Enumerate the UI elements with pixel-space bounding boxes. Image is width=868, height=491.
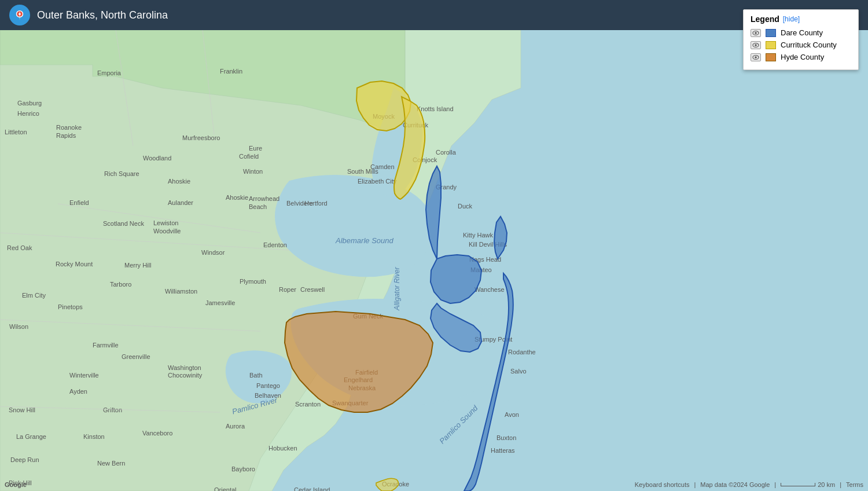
svg-text:Arrowhead: Arrowhead (249, 195, 279, 202)
svg-text:Henrico: Henrico (17, 110, 39, 117)
svg-point-106 (755, 56, 757, 58)
legend-item-hyde: Hyde County (751, 53, 851, 61)
svg-point-102 (755, 32, 757, 34)
svg-text:New Bern: New Bern (97, 460, 125, 467)
svg-text:Rich Square: Rich Square (104, 170, 139, 177)
app-header: Outer Banks, North Carolina (0, 0, 868, 30)
legend-hide-button[interactable]: [hide] (783, 15, 800, 23)
svg-text:Woodland: Woodland (143, 155, 171, 162)
svg-point-104 (755, 44, 757, 46)
svg-text:Buxton: Buxton (496, 434, 516, 441)
svg-text:Tarboro: Tarboro (110, 281, 131, 288)
svg-text:Gasburg: Gasburg (17, 100, 42, 107)
legend-panel: Legend [hide] Dare CountyCurrituck Count… (743, 9, 859, 70)
svg-text:Ahoskie: Ahoskie (226, 194, 248, 201)
svg-text:Scotland Neck: Scotland Neck (103, 220, 144, 227)
svg-text:Eure: Eure (249, 145, 262, 152)
svg-text:Elm City: Elm City (22, 292, 46, 299)
svg-text:Jamesville: Jamesville (205, 299, 235, 306)
svg-text:Ahoskie: Ahoskie (168, 178, 190, 185)
svg-text:Woodville: Woodville (153, 228, 181, 234)
svg-point-1 (19, 13, 21, 15)
svg-text:Wilson: Wilson (9, 323, 28, 330)
svg-text:Kitty Hawk: Kitty Hawk (463, 232, 493, 239)
svg-text:Littleton: Littleton (5, 129, 27, 135)
legend-color-currituck (766, 41, 776, 49)
svg-text:Red Oak: Red Oak (7, 244, 32, 251)
svg-text:Windsor: Windsor (201, 249, 225, 256)
svg-text:Vanceboro: Vanceboro (142, 430, 172, 437)
svg-text:Avon: Avon (505, 411, 519, 418)
svg-text:Rodanthe: Rodanthe (508, 349, 536, 356)
legend-eye-hyde[interactable] (751, 53, 761, 61)
svg-text:Kinston: Kinston (83, 433, 105, 440)
svg-text:Corolla: Corolla (436, 149, 457, 156)
svg-text:Winterville: Winterville (69, 372, 99, 379)
svg-text:Knotts Island: Knotts Island (417, 105, 454, 112)
svg-text:Beach: Beach (249, 203, 267, 210)
svg-text:Aurora: Aurora (226, 423, 245, 430)
svg-text:Edenton: Edenton (263, 241, 287, 248)
svg-text:Alligator River: Alligator River (393, 266, 401, 311)
svg-text:Creswell: Creswell (300, 286, 325, 293)
svg-text:Emporia: Emporia (97, 69, 122, 76)
svg-text:Deep Run: Deep Run (10, 456, 39, 463)
legend-label-hyde: Hyde County (781, 53, 824, 61)
legend-eye-currituck[interactable] (751, 41, 761, 49)
svg-text:Ayden: Ayden (69, 388, 87, 395)
legend-item-dare: Dare County (751, 28, 851, 37)
svg-text:Winton: Winton (243, 168, 263, 175)
svg-text:Duck: Duck (458, 203, 473, 210)
svg-text:Camden: Camden (370, 163, 395, 170)
svg-text:Wanchese: Wanchese (475, 286, 505, 293)
svg-text:Hatteras: Hatteras (491, 447, 515, 454)
svg-text:Merry Hill: Merry Hill (124, 262, 151, 269)
svg-text:Roanoke: Roanoke (56, 124, 82, 131)
svg-text:Greenville: Greenville (122, 353, 150, 360)
svg-text:Chocowinity: Chocowinity (168, 372, 203, 379)
svg-text:Grifton: Grifton (103, 406, 122, 413)
svg-text:Williamston: Williamston (165, 288, 197, 295)
legend-item-currituck: Currituck County (751, 41, 851, 49)
svg-text:Roper: Roper (279, 286, 296, 293)
svg-text:Bayboro: Bayboro (231, 466, 255, 472)
app-logo (9, 5, 30, 25)
svg-text:Oriental: Oriental (214, 486, 237, 491)
page-title: Outer Banks, North Carolina (37, 9, 168, 21)
terms-link[interactable]: Terms (846, 481, 863, 488)
svg-text:Rocky Mount: Rocky Mount (56, 261, 93, 268)
legend-title: Legend (751, 14, 779, 24)
keyboard-shortcuts-link[interactable]: Keyboard shortcuts (635, 481, 690, 488)
legend-color-hyde (766, 53, 776, 61)
legend-items: Dare CountyCurrituck CountyHyde County (751, 28, 851, 61)
svg-text:Enfield: Enfield (69, 199, 89, 206)
legend-header: Legend [hide] (751, 14, 851, 24)
svg-text:Plymouth: Plymouth (240, 278, 266, 285)
svg-text:Albemarle Sound: Albemarle Sound (335, 236, 393, 245)
svg-text:Cofield: Cofield (239, 153, 259, 160)
svg-text:Pink Hill: Pink Hill (9, 479, 32, 486)
svg-text:Farmville: Farmville (93, 342, 119, 349)
svg-text:Salvo: Salvo (510, 368, 527, 375)
svg-text:Franklin: Franklin (220, 68, 242, 75)
svg-text:Washington: Washington (168, 364, 201, 371)
svg-text:La Grange: La Grange (16, 433, 46, 440)
svg-text:Pinetops: Pinetops (58, 303, 83, 310)
svg-text:Pantego: Pantego (256, 382, 280, 389)
svg-text:Bath: Bath (249, 372, 263, 379)
legend-label-dare: Dare County (781, 28, 823, 37)
svg-text:Aulander: Aulander (168, 199, 193, 206)
svg-text:Murfreesboro: Murfreesboro (182, 134, 220, 141)
map-container[interactable]: Emporia Franklin Gasburg Henrico Roanoke… (0, 30, 868, 491)
svg-text:Cedar Island: Cedar Island (294, 486, 330, 491)
svg-text:Hertford: Hertford (304, 200, 328, 207)
svg-text:Hobucken: Hobucken (269, 445, 297, 452)
svg-text:Elizabeth City: Elizabeth City (358, 178, 397, 185)
legend-eye-dare[interactable] (751, 29, 761, 37)
svg-text:Scranton: Scranton (295, 401, 321, 408)
svg-text:Rapids: Rapids (56, 132, 76, 139)
legend-color-dare (766, 29, 776, 37)
legend-label-currituck: Currituck County (781, 41, 837, 49)
